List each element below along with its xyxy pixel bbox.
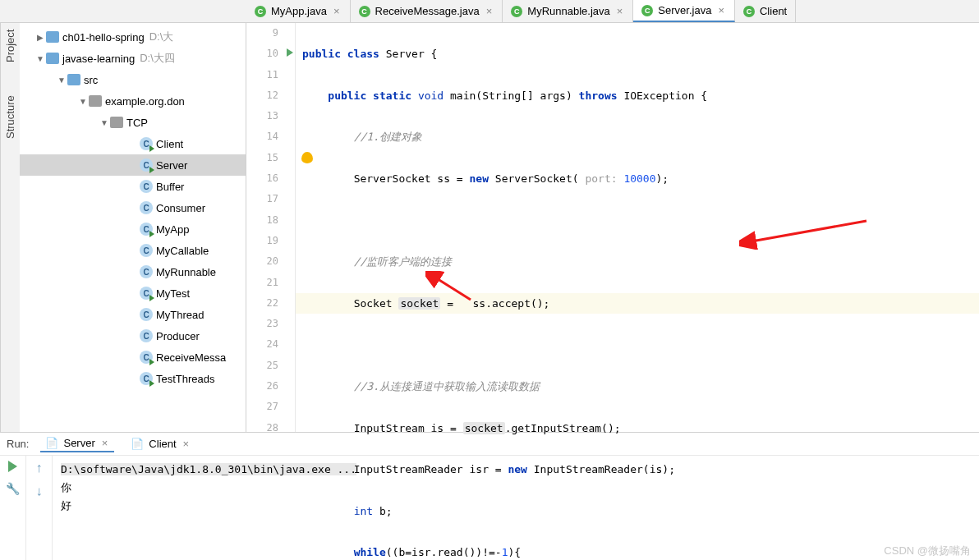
tree-item-mythread[interactable]: CMyThread	[20, 304, 246, 325]
code-comment: //1.创建对象	[354, 131, 422, 143]
close-icon[interactable]: ×	[332, 5, 342, 17]
gutter-line[interactable]: 11	[246, 65, 295, 85]
down-arrow-icon[interactable]: ↑	[36, 485, 43, 500]
tree-item-myrunnable[interactable]: CMyRunnable	[20, 261, 246, 282]
code-text: throws	[579, 90, 624, 102]
gutter-line[interactable]: 28	[246, 418, 295, 438]
gutter: 910111213141516171819202122232425262728	[246, 23, 296, 432]
code-text: void	[418, 90, 450, 102]
gutter-line[interactable]: 26	[246, 376, 295, 397]
tree-item-label: example.org.don	[105, 95, 185, 108]
tree-item-label: Producer	[156, 330, 200, 342]
up-arrow-icon[interactable]: ↑	[36, 461, 43, 475]
tree-item-testthreads[interactable]: CTestThreads	[20, 368, 246, 389]
folder-icon	[110, 117, 123, 128]
close-icon[interactable]: ×	[485, 5, 494, 17]
tool-window-bar[interactable]: Structure Project	[0, 23, 20, 432]
tree-item-path: D:\大	[149, 30, 174, 44]
tree-item-client[interactable]: CClient	[20, 133, 246, 154]
tab-label: Client	[760, 5, 787, 17]
run-label: Run:	[7, 438, 29, 450]
run-tab-client[interactable]: 📄 Client ×	[126, 436, 195, 452]
gutter-line[interactable]: 19	[246, 231, 295, 251]
gutter-line[interactable]: 27	[246, 397, 295, 417]
java-class-icon: C	[140, 180, 153, 193]
code-text: public static	[328, 90, 418, 102]
tree-item-label: src	[84, 74, 98, 86]
param-hint: port:	[579, 172, 624, 185]
gutter-line[interactable]: 23	[246, 314, 295, 334]
project-tree[interactable]: ▶ch01-hello-springD:\大▼javase-learningD:…	[20, 23, 246, 432]
gutter-line[interactable]: 24	[246, 334, 295, 355]
chevron-icon[interactable]: ▼	[99, 118, 110, 127]
gutter-line[interactable]: 25	[246, 356, 295, 376]
chevron-icon[interactable]: ▼	[77, 97, 89, 106]
folder-icon	[46, 31, 59, 43]
java-class-icon: C	[140, 265, 153, 278]
close-icon[interactable]: ×	[182, 438, 191, 450]
gutter-line[interactable]: 13	[246, 106, 295, 126]
chevron-icon[interactable]: ▼	[34, 54, 46, 63]
java-class-icon: C	[511, 6, 522, 17]
tree-item-receivemessa[interactable]: CReceiveMessa	[20, 347, 246, 368]
gutter-line[interactable]: 18	[246, 210, 295, 231]
tree-item-myapp[interactable]: CMyApp	[20, 218, 246, 240]
tab-label: MyApp.java	[271, 5, 327, 17]
folder-icon	[89, 95, 102, 107]
tab-myrunnable[interactable]: C MyRunnable.java ×	[503, 0, 633, 22]
gutter-line[interactable]: 22	[246, 293, 295, 314]
tree-item-javase-learning[interactable]: ▼javase-learningD:\大四	[20, 48, 246, 69]
structure-tool-label[interactable]: Structure	[4, 95, 16, 139]
code-text: ((b=isr.read())!=-	[386, 546, 502, 558]
tree-item-label: Consumer	[156, 202, 205, 214]
code-text: ){	[508, 546, 521, 558]
tab-server[interactable]: C Server.java ×	[633, 0, 735, 22]
run-tab-server[interactable]: 📄 Server ×	[40, 435, 114, 452]
gutter-line[interactable]: 16	[246, 168, 295, 189]
tree-item-consumer[interactable]: CConsumer	[20, 197, 246, 218]
code-area[interactable]: public class Server { public static void…	[296, 23, 979, 432]
chevron-icon[interactable]: ▶	[34, 33, 46, 42]
tab-myapp[interactable]: C MyApp.java ×	[246, 0, 351, 22]
tree-item-tcp[interactable]: ▼TCP	[20, 112, 246, 133]
tree-item-src[interactable]: ▼src	[20, 69, 246, 90]
tab-receivemessage[interactable]: C ReceiveMessage.java ×	[351, 0, 503, 22]
tree-item-label: MyApp	[156, 223, 189, 236]
close-icon[interactable]: ×	[100, 437, 110, 449]
tree-item-label: MyThread	[156, 309, 205, 321]
gutter-line[interactable]: 17	[246, 189, 295, 209]
code-text: = ss.accept();	[440, 297, 549, 310]
tree-item-mytest[interactable]: CMyTest	[20, 282, 246, 304]
code-text: .getInputStream();	[505, 422, 621, 434]
tree-item-mycallable[interactable]: CMyCallable	[20, 240, 246, 261]
tree-item-path: D:\大四	[140, 51, 175, 66]
project-tool-label[interactable]: Project	[4, 30, 16, 62]
gutter-line[interactable]: 10	[246, 44, 295, 64]
code-editor[interactable]: 910111213141516171819202122232425262728 …	[246, 23, 979, 432]
gutter-line[interactable]: 21	[246, 273, 295, 293]
gutter-line[interactable]: 14	[246, 126, 295, 147]
gutter-line[interactable]: 12	[246, 85, 295, 106]
run-gutter-icon[interactable]	[287, 48, 293, 57]
editor-tabs: C MyApp.java × C ReceiveMessage.java × C…	[0, 0, 979, 23]
code-text: new	[508, 463, 533, 475]
rerun-button[interactable]	[8, 461, 17, 472]
gutter-line[interactable]: 20	[246, 251, 295, 272]
tree-item-buffer[interactable]: CBuffer	[20, 176, 246, 197]
tree-item-server[interactable]: CServer	[20, 154, 246, 176]
code-text: socket	[398, 297, 440, 310]
tree-item-example-org-don[interactable]: ▼example.org.don	[20, 90, 246, 112]
chevron-icon[interactable]: ▼	[56, 76, 67, 85]
java-class-icon: C	[641, 5, 653, 16]
gutter-line[interactable]: 15	[246, 148, 295, 168]
tree-item-ch01-hello-spring[interactable]: ▶ch01-hello-springD:\大	[20, 26, 246, 48]
code-text: ServerSocket ss =	[354, 172, 470, 185]
close-icon[interactable]: ×	[716, 4, 726, 16]
gutter-line[interactable]: 9	[246, 23, 295, 44]
close-icon[interactable]: ×	[615, 5, 625, 17]
java-class-icon: C	[140, 372, 153, 385]
tab-client[interactable]: C Client	[735, 0, 796, 22]
tree-item-label: javase-learning	[62, 53, 135, 65]
tree-item-producer[interactable]: CProducer	[20, 325, 246, 347]
settings-icon[interactable]: 🔧	[6, 482, 20, 495]
